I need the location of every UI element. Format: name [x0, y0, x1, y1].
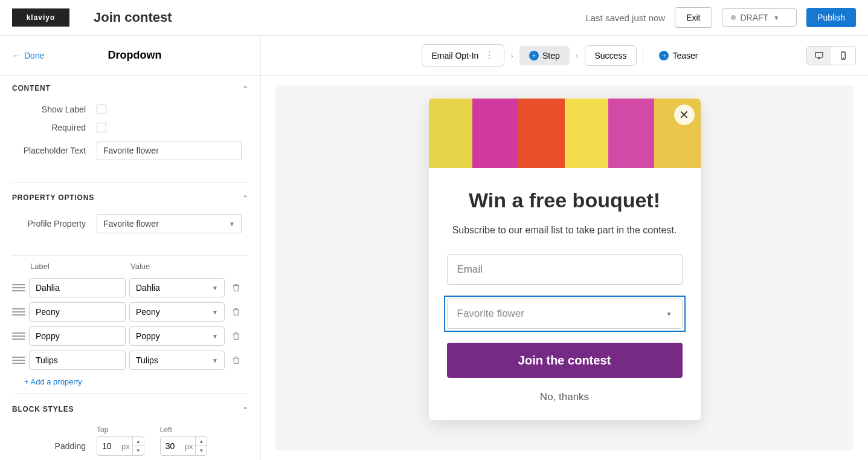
step-email-optin[interactable]: Email Opt-In ⋮: [422, 44, 505, 66]
decrement-button[interactable]: ▼: [133, 446, 144, 455]
arrow-left-icon: ←: [12, 51, 21, 60]
chevron-up-icon: ⌃: [243, 195, 248, 201]
section-content-header[interactable]: CONTENT ⌃: [0, 76, 260, 101]
profile-property-label: Profile Property: [12, 219, 97, 228]
trash-icon: [231, 283, 241, 293]
option-row: Poppy▼: [0, 324, 260, 348]
decrement-button[interactable]: ▼: [196, 446, 207, 455]
submit-button[interactable]: Join the contest: [447, 343, 683, 378]
form-title: Win a free bouquet!: [447, 189, 683, 212]
value-column-header: Value: [130, 262, 150, 271]
required-checkbox[interactable]: [97, 123, 106, 132]
svg-point-2: [843, 57, 844, 58]
top-bar: klaviyo Join contest Last saved just now…: [0, 0, 868, 36]
teaser-label: Teaser: [672, 51, 698, 60]
exit-button[interactable]: Exit: [675, 7, 712, 28]
more-vertical-icon[interactable]: ⋮: [484, 50, 494, 61]
publish-button[interactable]: Publish: [806, 8, 856, 27]
option-label-input[interactable]: [29, 302, 126, 322]
section-title: CONTENT: [12, 84, 51, 92]
mobile-view-button[interactable]: [831, 47, 855, 65]
increment-button[interactable]: ▲: [196, 437, 207, 446]
delete-option-button[interactable]: [231, 355, 242, 366]
placeholder-input[interactable]: [97, 141, 242, 160]
profile-property-select[interactable]: Favorite flower ▼: [97, 214, 242, 233]
option-value-select[interactable]: Dahlia▼: [129, 278, 225, 297]
show-label-label: Show Label: [12, 105, 97, 114]
option-row: Tulips▼: [0, 348, 260, 372]
step-label: Email Opt-In: [432, 51, 479, 60]
divider: [643, 49, 643, 62]
divider: [12, 394, 248, 394]
svg-rect-0: [815, 52, 823, 57]
close-button[interactable]: ✕: [674, 105, 695, 125]
option-label-input[interactable]: [29, 278, 126, 297]
option-value-select[interactable]: Poppy▼: [129, 326, 225, 346]
drag-handle-icon[interactable]: [12, 308, 25, 316]
step-label: Step: [542, 51, 560, 60]
form-preview: ✕ Win a free bouquet! Subscribe to our e…: [429, 99, 701, 420]
chevron-down-icon: ▼: [212, 309, 218, 316]
mobile-icon: [838, 51, 848, 60]
option-row: Peony▼: [0, 300, 260, 324]
option-label-input[interactable]: [29, 326, 126, 346]
drag-handle-icon[interactable]: [12, 332, 25, 340]
chevron-down-icon: ▼: [773, 15, 779, 21]
delete-option-button[interactable]: [231, 282, 242, 293]
delete-option-button[interactable]: [231, 306, 242, 317]
option-value-select[interactable]: Tulips▼: [129, 351, 225, 370]
show-label-checkbox[interactable]: [97, 105, 106, 114]
dropdown-placeholder: Favorite flower: [457, 308, 524, 320]
step-success[interactable]: Success: [585, 45, 637, 66]
email-input[interactable]: [447, 254, 683, 285]
hero-image: [429, 99, 701, 168]
drag-handle-icon[interactable]: [12, 284, 25, 291]
chevron-down-icon: ▼: [212, 333, 218, 340]
chevron-up-icon: ⌃: [243, 406, 248, 413]
delete-option-button[interactable]: [231, 331, 242, 342]
chevron-up-icon: ⌃: [243, 85, 248, 92]
increment-button[interactable]: ▲: [133, 437, 144, 446]
chevron-right-icon: ›: [576, 51, 579, 60]
section-title: BLOCK STYLES: [12, 405, 74, 413]
decline-link[interactable]: No, thanks: [447, 391, 683, 403]
chevron-right-icon: ›: [510, 51, 513, 60]
draft-status-dropdown[interactable]: DRAFT ▼: [722, 8, 797, 27]
trash-icon: [231, 331, 241, 341]
divider: [12, 182, 248, 183]
logo: klaviyo: [12, 8, 69, 27]
option-label-input[interactable]: [29, 351, 126, 370]
desktop-view-button[interactable]: [807, 47, 831, 65]
label-column-header: Label: [30, 262, 127, 271]
padding-left-input[interactable]: px ▲▼: [160, 436, 208, 456]
padding-left-label: Left: [160, 426, 208, 434]
page-title: Join contest: [94, 10, 172, 25]
add-teaser-button[interactable]: + Teaser: [649, 46, 707, 65]
plus-circle-icon: +: [529, 51, 539, 60]
form-subtitle: Subscribe to our email list to take part…: [447, 223, 683, 238]
add-step-button[interactable]: + Step: [519, 46, 570, 65]
padding-top-label: Top: [97, 426, 144, 434]
save-status: Last saved just now: [585, 13, 665, 23]
done-button[interactable]: ← Done: [12, 51, 44, 60]
favorite-flower-dropdown[interactable]: Favorite flower ▼: [447, 299, 683, 329]
chevron-down-icon: ▼: [212, 285, 218, 291]
editor-toolbar: ← Done Dropdown Email Opt-In ⋮ › + Step …: [0, 36, 868, 76]
plus-circle-icon: +: [659, 51, 669, 60]
properties-sidebar: CONTENT ⌃ Show Label Required Placeholde…: [0, 76, 261, 460]
padding-top-value[interactable]: [97, 441, 121, 451]
padding-top-input[interactable]: px ▲▼: [97, 436, 144, 456]
monitor-icon: [814, 51, 824, 60]
section-block-styles-header[interactable]: BLOCK STYLES ⌃: [0, 397, 260, 422]
section-title: PROPERTY OPTIONS: [12, 193, 94, 202]
section-property-options-header[interactable]: PROPERTY OPTIONS ⌃: [0, 185, 260, 210]
chevron-down-icon: ▼: [229, 221, 235, 227]
unit-label: px: [185, 442, 196, 451]
device-toggle: [806, 46, 856, 65]
option-value-select[interactable]: Peony▼: [129, 302, 225, 322]
select-value: Favorite flower: [103, 219, 159, 228]
chevron-down-icon: ▼: [212, 357, 218, 364]
padding-left-value[interactable]: [161, 441, 185, 451]
drag-handle-icon[interactable]: [12, 357, 25, 364]
add-property-link[interactable]: + Add a property: [0, 372, 106, 391]
